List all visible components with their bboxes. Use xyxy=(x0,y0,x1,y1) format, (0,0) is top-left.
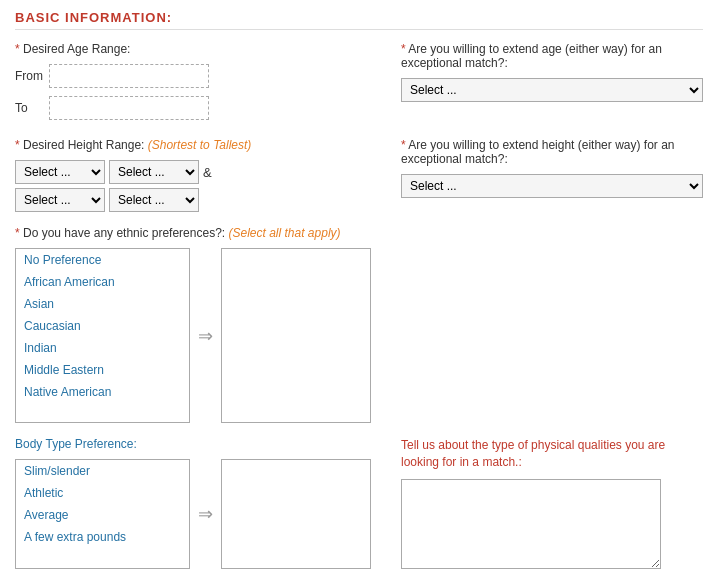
height-select-3[interactable]: Select ... xyxy=(15,188,105,212)
age-from-input[interactable] xyxy=(49,64,209,88)
age-from-row: From xyxy=(15,64,371,88)
height-dropdowns-row: Select ... Select ... & xyxy=(15,160,371,184)
ethnic-arrow-button[interactable]: ⇒ xyxy=(198,325,213,347)
to-label: To xyxy=(15,101,43,115)
age-to-row: To xyxy=(15,96,371,120)
physical-qualities-group: Tell us about the type of physical quali… xyxy=(401,437,703,569)
list-item[interactable]: Average xyxy=(16,504,189,526)
physical-qualities-label: Tell us about the type of physical quali… xyxy=(401,437,703,471)
height-select-2[interactable]: Select ... xyxy=(109,160,199,184)
body-type-group: Body Type Preference: Slim/slender Athle… xyxy=(15,437,371,569)
ethnic-pref-group: * Do you have any ethnic preferences?: (… xyxy=(15,226,703,423)
list-item[interactable]: Indian xyxy=(16,337,189,359)
list-item[interactable]: Slim/slender xyxy=(16,460,189,482)
height-range-label: * Desired Height Range: (Shortest to Tal… xyxy=(15,138,371,152)
body-type-label: Body Type Preference: xyxy=(15,437,371,451)
height-select-4[interactable]: Select ... xyxy=(109,188,199,212)
list-item[interactable]: Caucasian xyxy=(16,315,189,337)
list-item[interactable]: No Preference xyxy=(16,249,189,271)
list-item[interactable]: Native American xyxy=(16,381,189,403)
height-dropdowns-row2: Select ... Select ... xyxy=(15,188,371,212)
ethnic-pref-label: * Do you have any ethnic preferences?: (… xyxy=(15,226,703,240)
extend-age-group: * Are you willing to extend age (either … xyxy=(401,42,703,124)
height-range-group: * Desired Height Range: (Shortest to Tal… xyxy=(15,138,371,212)
list-item[interactable]: Athletic xyxy=(16,482,189,504)
age-to-input[interactable] xyxy=(49,96,209,120)
extend-height-select[interactable]: Select ... Yes No xyxy=(401,174,703,198)
extend-age-select[interactable]: Select ... Yes No xyxy=(401,78,703,102)
extend-height-label: * Are you willing to extend height (eith… xyxy=(401,138,703,166)
physical-qualities-textarea[interactable] xyxy=(401,479,661,569)
section-title: BASIC INFORMATION: xyxy=(15,10,703,30)
age-range-label: * Desired Age Range: xyxy=(15,42,371,56)
height-select-1[interactable]: Select ... xyxy=(15,160,105,184)
from-label: From xyxy=(15,69,43,83)
ethnic-listbox-left[interactable]: No Preference African American Asian Cau… xyxy=(15,248,190,423)
body-listbox-right[interactable] xyxy=(221,459,371,569)
body-type-area: Slim/slender Athletic Average A few extr… xyxy=(15,459,371,569)
list-item[interactable]: Middle Eastern xyxy=(16,359,189,381)
body-listbox-left[interactable]: Slim/slender Athletic Average A few extr… xyxy=(15,459,190,569)
extend-height-group: * Are you willing to extend height (eith… xyxy=(401,138,703,212)
list-item[interactable]: A few extra pounds xyxy=(16,526,189,548)
ethnic-listbox-right[interactable] xyxy=(221,248,371,423)
list-item[interactable]: African American xyxy=(16,271,189,293)
ampersand: & xyxy=(203,165,212,180)
age-range-group: * Desired Age Range: From To xyxy=(15,42,371,124)
list-item[interactable]: Asian xyxy=(16,293,189,315)
extend-age-label: * Are you willing to extend age (either … xyxy=(401,42,703,70)
body-arrow-button[interactable]: ⇒ xyxy=(198,503,213,525)
ethnic-listbox-area: No Preference African American Asian Cau… xyxy=(15,248,703,423)
